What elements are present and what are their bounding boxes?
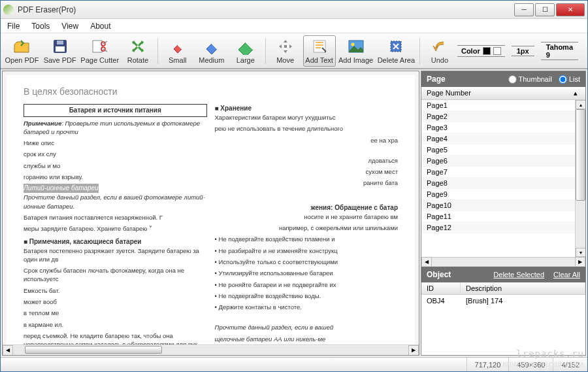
page-list: Page Number▴ Page1Page2Page3Page4Page5Pa… xyxy=(421,87,585,267)
scroll-thumb[interactable] xyxy=(25,346,162,354)
scroll-vthumb[interactable] xyxy=(576,109,585,201)
add-text-button[interactable]: Add Text xyxy=(303,35,336,67)
status-page: 4/152 xyxy=(553,358,587,371)
document-area[interactable]: В целях безопасности Батарея и источник … xyxy=(2,71,419,356)
page-preview: В целях безопасности Батарея и источник … xyxy=(7,75,415,356)
close-button[interactable]: ✕ xyxy=(556,3,585,16)
app-icon xyxy=(3,5,14,15)
open-pdf-button[interactable]: Open PDF xyxy=(3,35,41,67)
folder-open-icon xyxy=(12,37,31,56)
page-list-item[interactable]: Page5 xyxy=(421,144,575,156)
menubar: File Tools View About xyxy=(1,19,587,33)
status-position: 717,120 xyxy=(466,358,509,371)
delete-area-icon xyxy=(387,37,405,56)
page-list-scrollbar[interactable]: ▴ ▾ xyxy=(575,100,585,257)
move-button[interactable]: Move xyxy=(269,35,302,67)
page-list-item[interactable]: Page10 xyxy=(421,200,575,211)
statusbar: 717,120 459×360 4/152 xyxy=(1,357,587,371)
svg-rect-6 xyxy=(284,45,287,48)
move-icon xyxy=(276,37,295,56)
save-pdf-button[interactable]: Save PDF xyxy=(42,35,78,67)
floppy-icon xyxy=(51,37,69,56)
clear-all-link[interactable]: Clear All xyxy=(553,271,580,279)
page-list-item[interactable]: Page4 xyxy=(421,133,575,144)
delete-selected-link[interactable]: Delete Selected xyxy=(493,271,544,279)
object-desc-header[interactable]: Description xyxy=(461,282,585,294)
menu-view[interactable]: View xyxy=(61,22,78,31)
scroll-right-arrow[interactable]: ▶ xyxy=(408,345,419,356)
section-box: Батарея и источник питания xyxy=(24,104,207,117)
page-list-item[interactable]: Page7 xyxy=(421,167,575,178)
svg-rect-2 xyxy=(57,41,63,44)
undo-button[interactable]: Undo xyxy=(423,35,456,67)
swatch-black[interactable] xyxy=(483,47,491,55)
svg-rect-1 xyxy=(56,46,65,52)
minimize-button[interactable]: ─ xyxy=(514,3,534,16)
page-panel-header: Page Thumbnail List xyxy=(421,71,585,87)
page-cutter-button[interactable]: Page Cutter xyxy=(79,35,120,67)
eraser-small-icon xyxy=(169,37,187,56)
status-size: 459×360 xyxy=(508,358,553,371)
color-selector[interactable]: Color xyxy=(457,45,505,57)
page-list-item[interactable]: Page8 xyxy=(421,178,575,189)
page-heading: В целях безопасности xyxy=(24,86,207,99)
menu-about[interactable]: About xyxy=(90,22,110,31)
scroll-down-arrow[interactable]: ▾ xyxy=(576,248,585,257)
svg-point-9 xyxy=(351,43,354,46)
scroll-left-arrow[interactable]: ◀ xyxy=(3,345,13,356)
eraser-small-button[interactable]: Small xyxy=(161,35,194,67)
maximize-button[interactable]: ☐ xyxy=(535,3,555,16)
eraser-large-icon xyxy=(237,37,255,56)
page-list-item[interactable]: Page12 xyxy=(421,222,575,233)
list-radio[interactable]: List xyxy=(559,75,580,84)
delete-area-button[interactable]: Delete Area xyxy=(376,35,417,67)
stroke-width-selector[interactable]: 1px xyxy=(512,46,534,56)
eraser-large-button[interactable]: Large xyxy=(229,35,262,67)
eraser-medium-icon xyxy=(203,37,221,56)
object-panel-title: Object xyxy=(427,270,484,279)
text-icon xyxy=(310,37,329,56)
add-image-button[interactable]: Add Image xyxy=(337,35,375,67)
rotate-button[interactable]: Rotate xyxy=(122,35,154,67)
page-list-item[interactable]: Page1 xyxy=(421,100,575,111)
rotate-icon xyxy=(129,37,147,56)
page-list-item[interactable]: Page3 xyxy=(421,122,575,133)
image-icon xyxy=(347,37,365,56)
thumbnail-radio[interactable]: Thumbnail xyxy=(508,75,552,84)
scroll-up-arrow[interactable]: ▴ xyxy=(576,100,585,109)
object-id-header[interactable]: ID xyxy=(421,282,461,294)
svg-rect-3 xyxy=(93,41,102,52)
page-list-item[interactable]: Page9 xyxy=(421,189,575,200)
header-up-icon: ▴ xyxy=(571,89,580,97)
scissors-icon xyxy=(91,37,109,56)
page-number-header[interactable]: Page Number xyxy=(427,89,571,97)
object-row[interactable]: OBJ4[Brush] 174 xyxy=(421,295,585,307)
menu-file[interactable]: File xyxy=(7,22,20,31)
right-panel: Page Thumbnail List Page Number▴ Page1Pa… xyxy=(421,71,586,356)
swatch-white[interactable] xyxy=(493,47,501,55)
menu-tools[interactable]: Tools xyxy=(31,22,50,31)
page-list-item[interactable]: Page2 xyxy=(421,111,575,122)
horizontal-scrollbar[interactable]: ◀ ▶ xyxy=(3,345,419,355)
font-selector[interactable]: Tahoma 9 xyxy=(541,42,578,60)
titlebar: PDF Eraser(Pro) ─ ☐ ✕ xyxy=(1,1,587,19)
eraser-medium-button[interactable]: Medium xyxy=(195,35,228,67)
undo-icon xyxy=(431,37,449,56)
page-list-item[interactable]: Page11 xyxy=(421,211,575,222)
window-title: PDF Eraser(Pro) xyxy=(18,5,514,14)
toolbar: Open PDF Save PDF Page Cutter Rotate Sma… xyxy=(1,33,587,69)
page-list-item[interactable]: Page6 xyxy=(421,156,575,167)
object-panel: Object Delete Selected Clear All IDDescr… xyxy=(421,267,585,355)
